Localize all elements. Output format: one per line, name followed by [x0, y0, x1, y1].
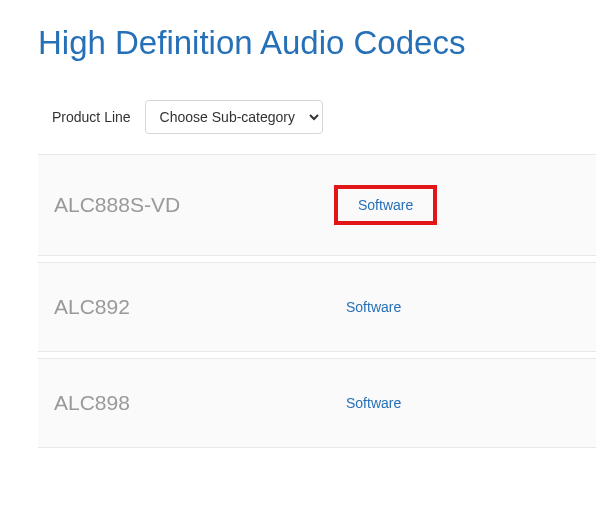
software-link[interactable]: Software	[334, 389, 413, 417]
filter-row: Product Line Choose Sub-category	[0, 62, 596, 154]
software-link[interactable]: Software	[334, 185, 437, 225]
product-row: ALC888S-VD Software	[38, 154, 596, 256]
product-name: ALC888S-VD	[54, 193, 334, 217]
subcategory-select[interactable]: Choose Sub-category	[145, 100, 323, 134]
product-line-label: Product Line	[52, 109, 131, 125]
page-title: High Definition Audio Codecs	[0, 0, 596, 62]
software-link[interactable]: Software	[334, 293, 413, 321]
product-name: ALC898	[54, 391, 334, 415]
product-row: ALC892 Software	[38, 262, 596, 352]
product-name: ALC892	[54, 295, 334, 319]
product-list: ALC888S-VD Software ALC892 Software ALC8…	[38, 154, 596, 448]
product-row: ALC898 Software	[38, 358, 596, 448]
